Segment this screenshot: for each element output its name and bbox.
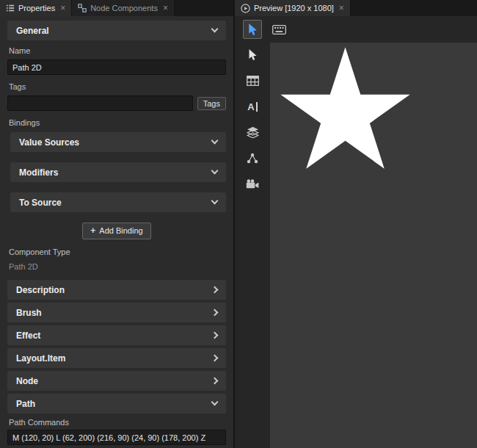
name-label: Name bbox=[9, 46, 225, 55]
section-effect-label: Effect bbox=[16, 330, 40, 341]
tags-button[interactable]: Tags bbox=[197, 97, 226, 110]
cursor-icon bbox=[247, 24, 258, 36]
arrow-pointer-icon bbox=[248, 49, 258, 61]
layers-tool[interactable] bbox=[243, 123, 262, 142]
layers-icon bbox=[247, 126, 259, 138]
camera-icon bbox=[246, 179, 259, 189]
preview-tabbar: Preview [1920 x 1080] × bbox=[235, 0, 477, 16]
chevron-right-icon bbox=[211, 332, 219, 339]
chevron-down-icon bbox=[211, 198, 219, 205]
interaction-cursor-tool[interactable] bbox=[243, 20, 262, 39]
preview-side-toolbar: A bbox=[235, 43, 270, 448]
section-brush[interactable]: Brush bbox=[7, 303, 226, 322]
section-brush-label: Brush bbox=[16, 308, 42, 318]
preview-panel: Preview [1920 x 1080] × bbox=[235, 0, 477, 448]
star-graphic bbox=[270, 43, 426, 182]
section-value-sources[interactable]: Value Sources bbox=[10, 132, 226, 152]
select-arrow-tool[interactable] bbox=[243, 46, 262, 65]
star-shape bbox=[280, 47, 409, 168]
chevron-down-icon bbox=[211, 167, 219, 175]
path-commands-input[interactable] bbox=[7, 430, 226, 445]
share-nodes-icon bbox=[247, 153, 258, 164]
section-to-source-label: To Source bbox=[19, 198, 62, 208]
chevron-down-icon bbox=[211, 399, 219, 406]
section-layout-item[interactable]: Layout.Item bbox=[7, 348, 226, 368]
section-layout-item-label: Layout.Item bbox=[16, 353, 65, 364]
chevron-down-icon bbox=[211, 26, 219, 33]
tab-properties-label: Properties bbox=[18, 4, 55, 12]
chevron-right-icon bbox=[211, 309, 219, 317]
close-icon[interactable]: × bbox=[163, 4, 168, 12]
section-to-source[interactable]: To Source bbox=[10, 192, 226, 212]
bindings-label: Bindings bbox=[9, 118, 225, 127]
tab-preview[interactable]: Preview [1920 x 1080] × bbox=[235, 0, 351, 16]
path-commands-label: Path Commands bbox=[9, 418, 225, 427]
section-node-label: Node bbox=[16, 376, 38, 386]
section-general-label: General bbox=[16, 26, 49, 36]
node-components-icon bbox=[78, 4, 87, 12]
properties-panel-body: General Name Tags Tags Bindings Value So… bbox=[0, 16, 233, 448]
component-type-label: Component Type bbox=[9, 248, 225, 256]
preview-toolbar bbox=[235, 16, 477, 43]
section-node[interactable]: Node bbox=[7, 371, 226, 391]
tab-properties[interactable]: Properties × bbox=[0, 0, 72, 16]
section-description[interactable]: Description bbox=[7, 280, 226, 300]
tags-row: Tags bbox=[7, 95, 226, 111]
chevron-right-icon bbox=[211, 286, 219, 294]
chevron-right-icon bbox=[211, 355, 219, 362]
camera-tool[interactable] bbox=[243, 174, 262, 193]
tab-node-components-label: Node Components bbox=[90, 4, 158, 12]
tags-label: Tags bbox=[9, 82, 225, 91]
text-tool-icon: A bbox=[247, 102, 257, 112]
section-description-label: Description bbox=[16, 285, 65, 295]
text-tool[interactable]: A bbox=[243, 97, 262, 116]
grid-table-tool[interactable] bbox=[243, 71, 262, 90]
keyboard-icon bbox=[272, 25, 286, 35]
add-binding-label: Add Binding bbox=[99, 226, 142, 235]
keyboard-tool[interactable] bbox=[269, 20, 288, 39]
close-icon[interactable]: × bbox=[60, 4, 65, 12]
section-modifiers-label: Modifiers bbox=[19, 167, 58, 178]
table-icon bbox=[247, 76, 259, 86]
section-modifiers[interactable]: Modifiers bbox=[10, 162, 226, 182]
chevron-down-icon bbox=[211, 137, 219, 145]
component-type-value: Path 2D bbox=[9, 262, 225, 271]
properties-list-icon bbox=[6, 4, 15, 12]
preview-body: A bbox=[235, 43, 477, 448]
play-icon bbox=[241, 4, 250, 13]
chevron-right-icon bbox=[211, 377, 219, 385]
add-binding-button[interactable]: + Add Binding bbox=[82, 223, 150, 239]
close-icon[interactable]: × bbox=[339, 4, 344, 12]
node-connections-tool[interactable] bbox=[243, 148, 262, 167]
left-tabbar: Properties × Node Components × bbox=[0, 0, 233, 16]
app-window: Properties × Node Components × General N… bbox=[0, 0, 477, 448]
preview-canvas[interactable] bbox=[270, 43, 477, 448]
section-path-label: Path bbox=[16, 399, 35, 409]
section-value-sources-label: Value Sources bbox=[19, 137, 79, 148]
properties-panel: Properties × Node Components × General N… bbox=[0, 0, 235, 448]
name-input[interactable] bbox=[7, 59, 226, 75]
tab-preview-label: Preview [1920 x 1080] bbox=[254, 4, 334, 12]
section-general[interactable]: General bbox=[7, 21, 226, 40]
section-effect[interactable]: Effect bbox=[7, 325, 226, 345]
plus-icon: + bbox=[90, 225, 95, 236]
tab-node-components[interactable]: Node Components × bbox=[72, 0, 175, 16]
tags-input[interactable] bbox=[7, 95, 193, 111]
section-path[interactable]: Path bbox=[7, 394, 226, 413]
